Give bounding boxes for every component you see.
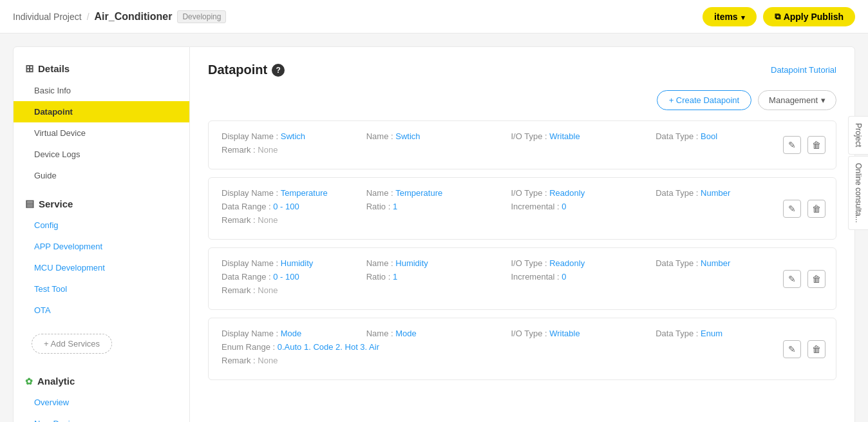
sidebar-item-config[interactable]: Config	[14, 215, 189, 236]
dp-enum-range-4: Enum Range : 0.Auto 1. Code 2. Hot 3. Ai…	[222, 342, 771, 352]
items-arrow-icon	[741, 12, 745, 22]
header-actions: items ⧉ Apply Publish	[703, 7, 855, 26]
dp-row-main-2: Display Name : Temperature Name : Temper…	[222, 188, 823, 198]
delete-button-3[interactable]: 🗑	[807, 270, 826, 288]
delete-button-1[interactable]: 🗑	[807, 136, 826, 154]
edit-button-2[interactable]: ✎	[783, 200, 801, 218]
dp-name-2: Name : Temperature	[366, 188, 511, 198]
breadcrumb: Individual Project / Air_Conditioner Dev…	[13, 10, 226, 23]
details-section-title: ⊞ Details	[14, 57, 189, 80]
dp-display-name-3: Display Name : Humidity	[222, 258, 366, 268]
dp-display-name-1: Display Name : Swtich	[222, 131, 366, 141]
service-section-title: ▤ Service	[14, 193, 189, 215]
right-tab-project[interactable]: Project	[848, 116, 868, 155]
edit-button-3[interactable]: ✎	[783, 270, 801, 288]
dp-io-type-2: I/O Type : Readonly	[511, 188, 656, 198]
breadcrumb-separator: /	[87, 12, 90, 22]
edit-button-1[interactable]: ✎	[783, 136, 801, 154]
analytic-icon: ✿	[25, 376, 33, 387]
page-title-text: Datapoint	[208, 62, 267, 77]
sidebar-item-test-tool[interactable]: Test Tool	[14, 278, 189, 300]
sidebar-item-overview[interactable]: Overview	[14, 392, 189, 413]
sidebar-item-new-device[interactable]: New Device	[14, 413, 189, 422]
dp-row-remark-1: Remark : None	[222, 145, 823, 155]
dp-data-type-4: Data Type : Enum	[656, 329, 771, 338]
dp-actions-1: ✎ 🗑	[783, 136, 826, 154]
dp-name-3: Name : Humidity	[366, 258, 511, 268]
dp-actions-3: ✎ 🗑	[783, 270, 826, 288]
page-title: Datapoint ?	[208, 62, 285, 77]
dp-range-3: Data Range : 0 - 100	[222, 272, 366, 282]
dp-display-name-2: Display Name : Temperature	[222, 188, 366, 198]
datapoint-card-temperature: Display Name : Temperature Name : Temper…	[208, 177, 836, 240]
management-button[interactable]: Management ▾	[758, 90, 836, 110]
help-icon[interactable]: ?	[272, 64, 285, 77]
sidebar-item-datapoint[interactable]: Datapoint	[14, 101, 189, 122]
sidebar-item-mcu-dev[interactable]: MCU Development	[14, 257, 189, 278]
publish-label: Apply Publish	[784, 12, 844, 22]
content-header: Datapoint ? Datapoint Tutorial	[208, 62, 836, 77]
create-datapoint-button[interactable]: + Create Datapoint	[657, 90, 751, 110]
dp-row-main-4: Display Name : Mode Name : Mode I/O Type…	[222, 329, 823, 338]
dp-actions-2: ✎ 🗑	[783, 200, 826, 218]
sidebar-item-basic-info[interactable]: Basic Info	[14, 80, 189, 101]
dp-display-name-4: Display Name : Mode	[222, 329, 366, 338]
dp-name-4: Name : Mode	[366, 329, 511, 338]
edit-button-4[interactable]: ✎	[783, 340, 801, 358]
dp-incremental-2: Incremental : 0	[511, 202, 656, 211]
sidebar-item-ota[interactable]: OTA	[14, 300, 189, 321]
publish-icon: ⧉	[775, 12, 780, 22]
sidebar: ⊞ Details Basic Info Datapoint Virtual D…	[13, 46, 190, 422]
datapoint-card-switch: Display Name : Swtich Name : Swtich I/O …	[208, 120, 836, 169]
dp-incremental-3: Incremental : 0	[511, 272, 656, 282]
project-name: Air_Conditioner	[95, 11, 173, 23]
action-row: + Create Datapoint Management ▾	[208, 90, 836, 110]
details-icon: ⊞	[25, 62, 33, 75]
sidebar-item-device-logs[interactable]: Device Logs	[14, 144, 189, 165]
datapoint-card-humidity: Display Name : Humidity Name : Humidity …	[208, 247, 836, 310]
delete-button-4[interactable]: 🗑	[807, 340, 826, 358]
dp-ratio-3: Ratio : 1	[366, 272, 511, 282]
breadcrumb-parent: Individual Project	[13, 12, 82, 22]
project-status-badge: Developing	[177, 10, 226, 23]
dp-io-type-1: I/O Type : Writable	[511, 131, 656, 141]
service-icon: ▤	[25, 198, 34, 209]
dp-data-type-2: Data Type : Number	[656, 188, 771, 198]
delete-button-2[interactable]: 🗑	[807, 200, 826, 218]
sidebar-item-guide[interactable]: Guide	[14, 165, 189, 186]
dp-row-main-3: Display Name : Humidity Name : Humidity …	[222, 258, 823, 268]
dp-name-1: Name : Swtich	[366, 131, 511, 141]
analytic-label: Analytic	[37, 376, 75, 387]
service-label: Service	[39, 198, 73, 209]
main-layout: ⊞ Details Basic Info Datapoint Virtual D…	[0, 34, 868, 422]
right-float-panel: Project Online consulta...	[848, 116, 868, 230]
right-tab-online[interactable]: Online consulta...	[848, 156, 868, 230]
dp-io-type-4: I/O Type : Writable	[511, 329, 656, 338]
datapoint-card-mode: Display Name : Mode Name : Mode I/O Type…	[208, 318, 836, 380]
dp-io-type-3: I/O Type : Readonly	[511, 258, 656, 268]
dp-row-extra-3: Data Range : 0 - 100 Ratio : 1 Increment…	[222, 272, 823, 282]
header: Individual Project / Air_Conditioner Dev…	[0, 0, 868, 34]
apply-publish-button[interactable]: ⧉ Apply Publish	[763, 7, 855, 26]
items-label: items	[714, 12, 738, 22]
dp-data-type-3: Data Type : Number	[656, 258, 771, 268]
add-services-button[interactable]: + Add Services	[32, 334, 112, 354]
dp-row-remark-4: Remark : None	[222, 356, 823, 365]
dp-ratio-2: Ratio : 1	[366, 202, 511, 211]
dp-row-remark-3: Remark : None	[222, 285, 823, 295]
details-label: Details	[38, 63, 70, 74]
dp-data-type-1: Data Type : Bool	[656, 131, 771, 141]
management-label: Management	[769, 95, 818, 105]
dp-actions-4: ✎ 🗑	[783, 340, 826, 358]
dp-row-remark-2: Remark : None	[222, 215, 823, 225]
analytic-section-title: ✿ Analytic	[14, 370, 189, 392]
sidebar-item-app-dev[interactable]: APP Development	[14, 236, 189, 257]
dp-row-main-1: Display Name : Swtich Name : Swtich I/O …	[222, 131, 823, 141]
dp-row-extra-2: Data Range : 0 - 100 Ratio : 1 Increment…	[222, 202, 823, 211]
sidebar-item-virtual-device[interactable]: Virtual Device	[14, 122, 189, 144]
management-arrow-icon: ▾	[821, 95, 826, 105]
dp-range-2: Data Range : 0 - 100	[222, 202, 366, 211]
items-button[interactable]: items	[703, 7, 757, 26]
content-area: Datapoint ? Datapoint Tutorial + Create …	[190, 46, 855, 422]
tutorial-link[interactable]: Datapoint Tutorial	[771, 65, 836, 75]
